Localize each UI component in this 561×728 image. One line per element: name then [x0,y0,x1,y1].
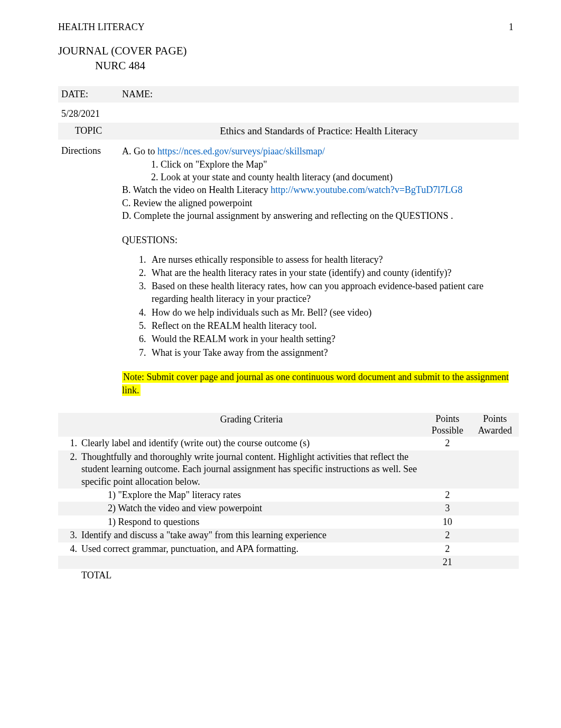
points-header-line: Points [483,413,507,424]
points-possible [424,569,471,582]
criteria-num: 4. [58,542,79,556]
direction-a-sub1: 1. Click on "Explore the Map" [151,158,516,171]
points-possible [424,450,471,489]
name-label: NAME: [119,86,519,103]
grading-table: Grading Criteria Points Possible Points … [58,409,519,582]
running-head: HEALTH LITERACY [58,21,145,33]
document-title: JOURNAL (COVER PAGE) NURC 484 [58,44,519,73]
criteria-sub-text: 1) "Explore the Map" literacy rates [108,489,422,501]
points-possible: 2 [424,529,471,542]
points-header-line: Possible [432,425,463,436]
criteria-sub-text: 2) Watch the video and view powerpoint [108,502,422,514]
points-possible: 2 [424,437,471,450]
title-line-2: NURC 484 [95,59,519,73]
criteria-num: 3. [58,529,79,542]
title-line-1: JOURNAL (COVER PAGE) [58,44,519,58]
direction-b-link[interactable]: http://www.youtube.com/watch?v=BgTuD7l7L… [270,185,462,195]
points-awarded [471,502,519,515]
criteria-text [79,556,424,569]
total-label: TOTAL [79,569,424,582]
page-header: HEALTH LITERACY 1 [58,21,519,33]
direction-a-link[interactable]: https://nces.ed.gov/surveys/piaac/skills… [157,146,325,156]
points-awarded [471,437,519,450]
question-item: What is your Take away from the assignme… [148,346,516,359]
points-awarded [471,450,519,489]
criteria-sub-text: 1) Respond to questions [108,516,422,528]
topic-value: Ethics and Standards of Practice: Health… [119,123,519,140]
points-awarded [471,556,519,569]
points-possible: 2 [424,489,471,502]
question-item: Are nurses ethically responsible to asse… [148,253,516,266]
criteria-text: Thoughtfully and thoroughly write journa… [79,450,424,489]
direction-d: D. Complete the journal assignment by an… [122,209,516,222]
points-possible: 10 [424,515,471,529]
points-awarded [471,569,519,582]
direction-c: C. Review the aligned powerpoint [122,197,516,209]
question-item: Reflect on the REALM health literacy too… [148,319,516,332]
points-possible: 21 [424,556,471,569]
criteria-text: Clearly label and identify (write out) t… [79,437,424,450]
direction-a-prefix: A. Go to [122,146,157,156]
question-item: How do we help individuals such as Mr. B… [148,306,516,319]
points-header-line: Points [435,413,459,424]
question-item: Would the REALM work in your health sett… [148,333,516,345]
points-possible-header: Points Possible [424,413,471,437]
info-table: DATE: NAME: 5/28/2021 TOPIC Ethics and S… [58,86,519,399]
date-value: 5/28/2021 [61,108,116,120]
points-awarded [471,542,519,556]
points-awarded [471,515,519,529]
grading-title: Grading Criteria [79,413,424,437]
directions-label: Directions [58,140,119,399]
criteria-num: 2. [58,450,79,489]
questions-list: Are nurses ethically responsible to asse… [148,253,516,359]
question-item: What are the health literacy rates in yo… [148,266,516,279]
points-header-line: Awarded [478,425,512,436]
topic-label: TOPIC [58,123,119,140]
criteria-text: Identify and discuss a "take away" from … [79,529,424,542]
date-label: DATE: [58,86,119,103]
direction-a-sub2: 2. Look at your state and county health … [151,171,516,183]
page-number: 1 [509,21,519,33]
submission-note-wrap: Note: Submit cover page and journal as o… [122,371,516,397]
question-item: Based on these health literacy rates, ho… [148,280,516,306]
points-awarded [471,529,519,542]
criteria-num: 1. [58,437,79,450]
points-awarded-header: Points Awarded [471,413,519,437]
direction-b-prefix: B. Watch the video on Health Literacy [122,185,270,195]
direction-a: A. Go to https://nces.ed.gov/surveys/pia… [122,145,516,158]
submission-note: Note: Submit cover page and journal as o… [122,371,509,396]
questions-header: QUESTIONS: [122,234,516,246]
points-awarded [471,489,519,502]
direction-b: B. Watch the video on Health Literacy ht… [122,183,516,196]
points-possible: 3 [424,502,471,515]
points-possible: 2 [424,542,471,556]
criteria-text: Used correct grammar, punctuation, and A… [79,542,424,556]
